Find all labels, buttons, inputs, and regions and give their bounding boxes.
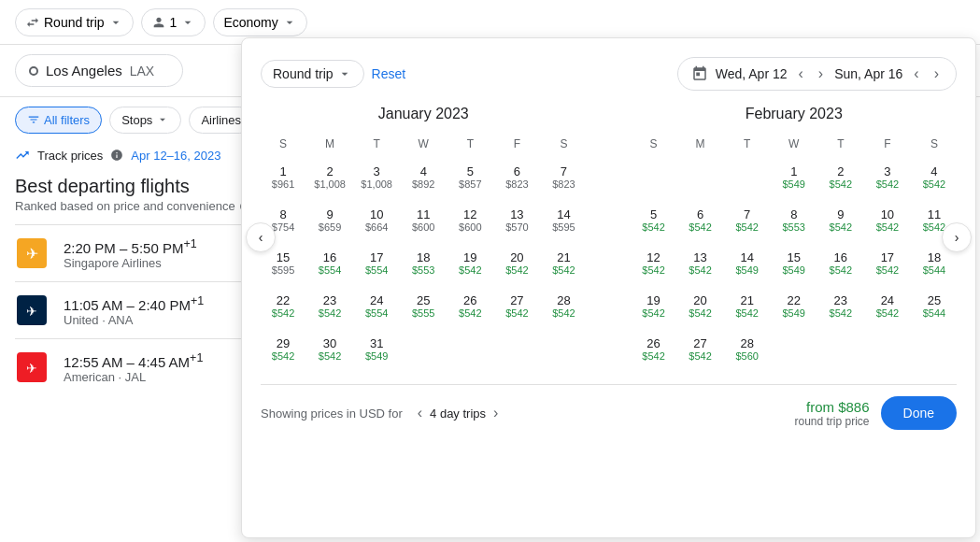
feb-1[interactable]: 1$549 xyxy=(772,156,817,197)
feb-6[interactable]: 6$542 xyxy=(678,199,723,240)
jan-18[interactable]: 18$553 xyxy=(401,242,446,283)
feb-20[interactable]: 20$542 xyxy=(678,285,723,326)
jan-9[interactable]: 9$659 xyxy=(307,199,352,240)
jan-24[interactable]: 24$554 xyxy=(354,285,399,326)
jan-28[interactable]: 28$542 xyxy=(541,285,586,326)
origin-field[interactable]: Los Angeles LAX xyxy=(15,54,183,87)
reset-button[interactable]: Reset xyxy=(372,66,406,81)
feb-22[interactable]: 22$549 xyxy=(772,285,817,326)
feb-24[interactable]: 24$542 xyxy=(865,285,910,326)
jan-31[interactable]: 31$549 xyxy=(354,328,399,369)
jan-20[interactable]: 20$542 xyxy=(494,242,539,283)
feb-19[interactable]: 19$542 xyxy=(632,285,676,326)
feb-16[interactable]: 16$542 xyxy=(818,242,863,283)
jan-29[interactable]: 29$542 xyxy=(261,328,305,369)
feb-7[interactable]: 7$542 xyxy=(725,199,770,240)
trip-days-next[interactable]: › xyxy=(490,403,502,423)
feb-26[interactable]: 26$542 xyxy=(632,328,676,369)
jan-27[interactable]: 27$542 xyxy=(494,285,539,326)
calendar-prev-button[interactable]: ‹ xyxy=(246,222,276,252)
feb-empty-5 xyxy=(818,328,863,369)
stops-button[interactable]: Stops xyxy=(109,107,181,134)
feb-9[interactable]: 9$542 xyxy=(818,199,863,240)
feb-28[interactable]: 28$560 xyxy=(725,328,770,369)
jan-26[interactable]: 26$542 xyxy=(447,285,492,326)
feb-25[interactable]: 25$544 xyxy=(912,285,957,326)
jan-19[interactable]: 19$542 xyxy=(447,242,492,283)
feb-empty-1 xyxy=(632,156,676,197)
airline-logo-1: ✈ xyxy=(15,236,49,270)
jan-17[interactable]: 17$554 xyxy=(354,242,399,283)
jan-6[interactable]: 6$823 xyxy=(494,156,539,197)
cabin-class-button[interactable]: Economy xyxy=(213,8,306,36)
feb-4[interactable]: 4$542 xyxy=(912,156,957,197)
feb-27[interactable]: 27$542 xyxy=(678,328,723,369)
feb-12[interactable]: 12$542 xyxy=(632,242,676,283)
jan-22[interactable]: 22$542 xyxy=(261,285,305,326)
stops-label: Stops xyxy=(121,113,152,127)
jan-16[interactable]: 16$554 xyxy=(307,242,352,283)
february-grid: S M T W T F S 1$549 2$542 3$542 4$542 xyxy=(632,134,958,369)
feb-2[interactable]: 2$542 xyxy=(818,156,863,197)
jan-13[interactable]: 13$570 xyxy=(494,199,539,240)
jan-14[interactable]: 14$595 xyxy=(541,199,586,240)
feb-13[interactable]: 13$542 xyxy=(678,242,723,283)
price-label: round trip price xyxy=(794,415,869,428)
trip-type-label: Round trip xyxy=(44,15,105,30)
trip-days-prev[interactable]: ‹ xyxy=(414,403,426,423)
feb-3[interactable]: 3$542 xyxy=(865,156,910,197)
jan-header-m: M xyxy=(307,134,352,154)
jan-3[interactable]: 3$1,008 xyxy=(354,156,399,197)
done-button[interactable]: Done xyxy=(881,396,957,430)
trip-type-button[interactable]: Round trip xyxy=(15,8,134,36)
date-start: Wed, Apr 12 xyxy=(716,66,788,81)
jan-empty-2 xyxy=(447,328,492,369)
flight-airline-3: American · JAL xyxy=(64,370,203,384)
svg-text:✈: ✈ xyxy=(26,246,38,262)
feb-header-s2: S xyxy=(912,134,957,154)
feb-8[interactable]: 8$553 xyxy=(772,199,817,240)
date-end-next[interactable]: › xyxy=(930,64,943,84)
jan-30[interactable]: 30$542 xyxy=(307,328,352,369)
jan-5[interactable]: 5$857 xyxy=(447,156,492,197)
jan-header-t2: T xyxy=(447,134,492,154)
calendar-icon xyxy=(691,65,708,82)
flight-airline-1: Singapore Airlines xyxy=(64,256,197,270)
february-month-label: February 2023 xyxy=(632,106,958,122)
jan-23[interactable]: 23$542 xyxy=(307,285,352,326)
jan-2[interactable]: 2$1,008 xyxy=(307,156,352,197)
jan-21[interactable]: 21$542 xyxy=(541,242,586,283)
svg-text:✈: ✈ xyxy=(26,361,37,376)
jan-7[interactable]: 7$823 xyxy=(541,156,586,197)
swap-icon xyxy=(25,15,40,30)
overlay-left: Round trip Reset xyxy=(261,60,405,88)
feb-5[interactable]: 5$542 xyxy=(632,199,676,240)
american-airlines-logo: ✈ xyxy=(17,352,47,382)
feb-23[interactable]: 23$542 xyxy=(818,285,863,326)
feb-header-f: F xyxy=(865,134,910,154)
feb-17[interactable]: 17$542 xyxy=(865,242,910,283)
passengers-button[interactable]: 1 xyxy=(141,8,206,36)
jan-10[interactable]: 10$664 xyxy=(354,199,399,240)
jan-1[interactable]: 1$961 xyxy=(261,156,305,197)
jan-header-w: W xyxy=(401,134,446,154)
svg-text:✈: ✈ xyxy=(26,304,37,319)
overlay-header: Round trip Reset Wed, Apr 12 ‹ › Sun, Ap… xyxy=(261,57,957,91)
date-start-prev[interactable]: ‹ xyxy=(795,64,807,84)
chevron-down-icon xyxy=(108,15,123,30)
feb-21[interactable]: 21$542 xyxy=(725,285,770,326)
jan-25[interactable]: 25$555 xyxy=(401,285,446,326)
jan-12[interactable]: 12$600 xyxy=(447,199,492,240)
jan-4[interactable]: 4$892 xyxy=(401,156,446,197)
date-start-next[interactable]: › xyxy=(815,64,827,84)
all-filters-label: All filters xyxy=(44,113,90,127)
feb-14[interactable]: 14$549 xyxy=(725,242,770,283)
feb-10[interactable]: 10$542 xyxy=(865,199,910,240)
chevron-down-icon3 xyxy=(282,15,297,30)
date-end-prev[interactable]: ‹ xyxy=(910,64,922,84)
calendar-next-button[interactable]: › xyxy=(942,222,972,252)
all-filters-button[interactable]: All filters xyxy=(15,107,102,134)
round-trip-selector[interactable]: Round trip xyxy=(261,60,364,88)
feb-15[interactable]: 15$549 xyxy=(772,242,817,283)
jan-11[interactable]: 11$600 xyxy=(401,199,446,240)
